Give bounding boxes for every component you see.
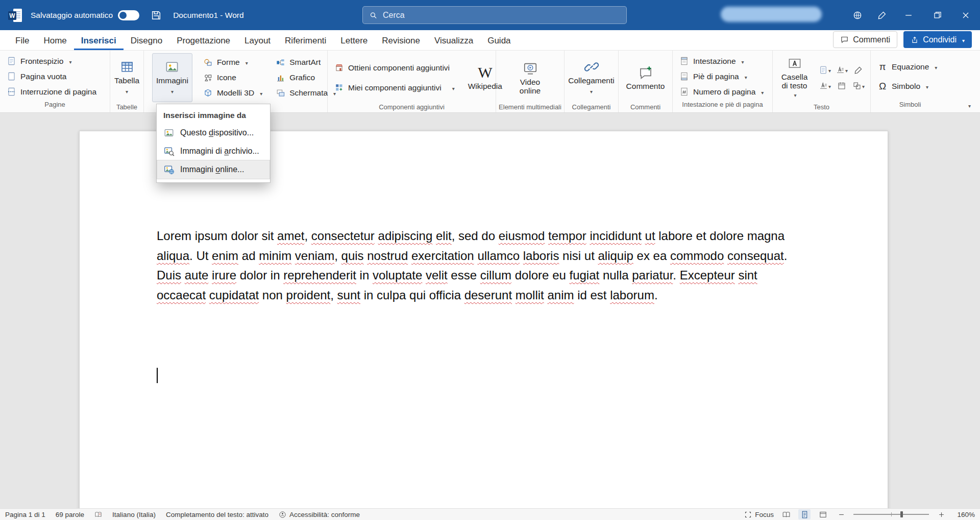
misspelled-word: aliquip — [598, 249, 633, 263]
button-label: Numero di pagina — [693, 87, 755, 97]
read-mode-button[interactable] — [780, 509, 792, 519]
pagina-vuota-button[interactable]: Pagina vuota — [4, 70, 99, 83]
tab-home[interactable]: Home — [36, 31, 74, 50]
equazione-button[interactable]: πEquazione — [875, 60, 940, 74]
share-button[interactable]: Condividi — [903, 31, 972, 48]
editing-mode-button[interactable] — [870, 0, 894, 30]
ribbon-group-illustrazioni: Immagini Forme Icone Modelli 3D SmartArt… — [144, 51, 328, 112]
zoom-out-button[interactable] — [835, 509, 847, 519]
tabella-button[interactable]: Tabella — [111, 53, 143, 102]
misspelled-word: voluptate — [373, 268, 422, 282]
button-label: Collegamenti — [568, 76, 614, 85]
casella-di-testo-button[interactable]: Casella di testo — [777, 53, 812, 102]
pen-icon — [877, 10, 887, 20]
status-bar: Pagina 1 di 1 69 parole Italiano (Italia… — [0, 508, 980, 520]
minimize-button[interactable] — [894, 0, 923, 30]
misspelled-word: aliqua — [157, 249, 189, 263]
chevron-down-icon — [67, 57, 71, 66]
quick-parts-button[interactable] — [817, 63, 832, 77]
autosave-toggle[interactable] — [118, 10, 139, 20]
immagini-button[interactable]: Immagini — [152, 53, 192, 102]
web-layout-button[interactable] — [817, 509, 829, 519]
pie-di-pagina-button[interactable]: Piè di pagina — [677, 70, 766, 83]
omega-icon: Ω — [877, 81, 888, 92]
misspelled-word: cupidatat — [209, 288, 259, 302]
zoom-slider-knob[interactable] — [900, 511, 903, 517]
tab-file[interactable]: File — [8, 31, 36, 50]
interruzione-pagina-button[interactable]: Interruzione di pagina — [4, 85, 99, 98]
intestazione-button[interactable]: Intestazione — [677, 55, 766, 67]
insert-picture-menu: Inserisci immagine da Questo dispositivo… — [156, 104, 271, 183]
drop-cap-button[interactable] — [817, 79, 832, 93]
close-button[interactable] — [951, 0, 980, 30]
ottieni-componenti-button[interactable]: Ottieni componenti aggiuntivi — [332, 61, 457, 74]
tab-progettazione[interactable]: Progettazione — [169, 31, 237, 50]
smartart-icon — [276, 58, 285, 67]
video-online-button[interactable]: Video online — [510, 53, 551, 102]
frontespizio-button[interactable]: Frontespizio — [4, 55, 99, 67]
word-count[interactable]: 69 parole — [56, 511, 84, 518]
svg-text:W: W — [9, 12, 15, 19]
print-layout-button[interactable] — [798, 509, 811, 519]
icone-button[interactable]: Icone — [201, 72, 265, 84]
button-label: Immagini — [156, 76, 188, 85]
zoom-level[interactable]: 160% — [953, 511, 975, 518]
save-button[interactable] — [146, 6, 166, 25]
comments-button-label: Commenti — [853, 35, 890, 44]
document-page[interactable]: Lorem ipsum dolor sit amet, consectetur … — [79, 131, 888, 508]
text-prediction-status[interactable]: Completamento del testo: attivato — [166, 511, 268, 518]
numero-di-pagina-button[interactable]: Numero di pagina — [677, 85, 766, 98]
modelli-3d-button[interactable]: Modelli 3D — [201, 87, 265, 100]
ribbon-group-elementi-multimediali: Video online Elementi multimediali — [496, 51, 565, 112]
search-box[interactable] — [362, 6, 627, 24]
button-label: Video online — [513, 78, 547, 95]
simbolo-button[interactable]: ΩSimbolo — [875, 79, 940, 93]
tab-disegno[interactable]: Disegno — [124, 31, 169, 50]
tab-lettere[interactable]: Lettere — [333, 31, 375, 50]
page-indicator[interactable]: Pagina 1 di 1 — [5, 511, 45, 518]
collegamenti-button[interactable]: Collegamenti — [565, 53, 618, 102]
focus-mode-button[interactable]: Focus — [744, 511, 774, 518]
search-input[interactable] — [383, 11, 620, 20]
tab-visualizza[interactable]: Visualizza — [427, 31, 480, 50]
signature-line-button[interactable] — [851, 63, 866, 77]
tab-guida[interactable]: Guida — [480, 31, 518, 50]
menu-item-questo-dispositivo[interactable]: Questo dispositivo... — [157, 124, 270, 142]
misspelled-word: exercitation — [411, 249, 474, 263]
signature-icon — [854, 65, 863, 75]
accessibility-status[interactable]: Accessibilità: conforme — [279, 511, 360, 518]
collapse-ribbon-button[interactable] — [968, 101, 971, 109]
menu-item-immagini-online[interactable]: Immagini online... — [157, 160, 270, 179]
plus-icon — [938, 511, 945, 518]
chevron-down-icon — [828, 81, 831, 90]
language-indicator[interactable]: Italiano (Italia) — [112, 511, 156, 518]
menu-item-immagini-di-archivio[interactable]: Immagini di archivio... — [157, 142, 270, 160]
miei-componenti-button[interactable]: Miei componenti aggiuntivi — [332, 81, 457, 94]
blank-page-icon — [7, 72, 16, 81]
presence-globe-button[interactable] — [845, 0, 870, 30]
button-label: Tabella — [114, 76, 139, 85]
shapes-icon — [203, 58, 213, 67]
proofing-status[interactable] — [94, 511, 102, 518]
print-layout-icon — [800, 510, 809, 519]
autosave-control: Salvataggio automatico — [31, 10, 139, 20]
object-button[interactable] — [851, 79, 866, 93]
wordart-button[interactable] — [834, 63, 849, 77]
share-button-label: Condividi — [923, 35, 957, 44]
maximize-button[interactable] — [923, 0, 951, 30]
text-box-icon — [787, 56, 802, 71]
misspelled-word: sunt — [337, 288, 360, 302]
tab-revisione[interactable]: Revisione — [375, 31, 427, 50]
tab-inserisci[interactable]: Inserisci — [74, 31, 124, 50]
zoom-in-button[interactable] — [935, 509, 947, 519]
date-time-button[interactable] — [834, 79, 849, 93]
zoom-slider[interactable] — [853, 514, 929, 515]
toggle-knob — [119, 12, 127, 19]
forme-button[interactable]: Forme — [201, 56, 265, 69]
title-bar: W Salvataggio automatico Documento1 - Wo… — [0, 0, 980, 30]
tab-layout[interactable]: Layout — [237, 31, 278, 50]
comments-button[interactable]: Commenti — [833, 31, 897, 48]
commento-button[interactable]: Commento — [623, 53, 669, 102]
misspelled-word: cillum — [480, 268, 511, 282]
tab-riferimenti[interactable]: Riferimenti — [278, 31, 333, 50]
